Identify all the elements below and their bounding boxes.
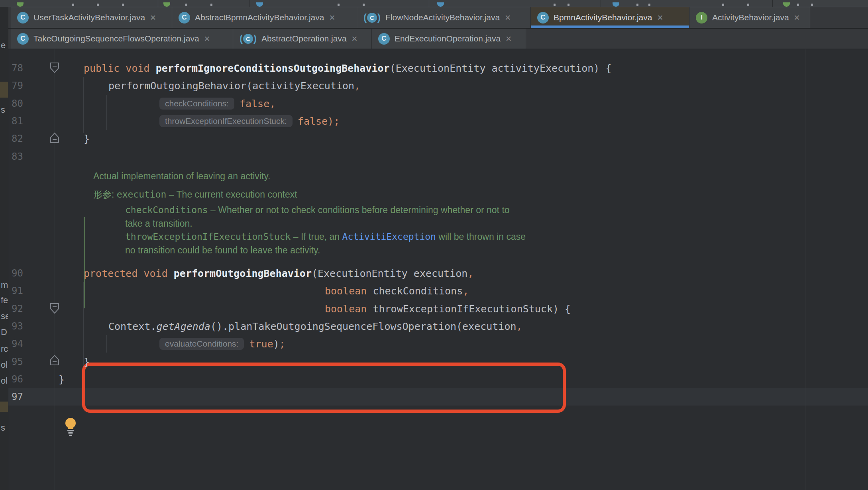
- fold-end-icon[interactable]: [49, 132, 60, 145]
- tab-AbstractOperation.java[interactable]: (C)AbstractOperation.java✕: [233, 29, 372, 49]
- code-line: public void performIgnoreConditionsOutgo…: [84, 59, 612, 77]
- close-tab-icon[interactable]: ✕: [150, 13, 156, 22]
- tab-AbstractBpmnActivityBehavior.java[interactable]: CAbstractBpmnActivityBehavior.java✕: [172, 7, 357, 28]
- code-line: protected void performOutgoingBehavior(E…: [84, 265, 473, 282]
- intention-lightbulb-icon[interactable]: [63, 417, 78, 437]
- clipped-text-fragment: s: [1, 423, 5, 433]
- parameter-hint-inlay: checkConditions:: [159, 98, 234, 110]
- class-icon: C: [179, 12, 190, 24]
- close-tab-icon[interactable]: ✕: [794, 13, 800, 22]
- javadoc-line: no transition could be found to leave th…: [125, 243, 320, 257]
- clipped-text-fragment: fe: [1, 295, 8, 306]
- code-line: }: [59, 370, 65, 388]
- file-icon-fragment: [613, 2, 619, 7]
- close-tab-icon[interactable]: ✕: [352, 34, 358, 43]
- tab-separator: [429, 0, 429, 7]
- code-token: ;: [279, 338, 285, 350]
- file-icon-fragment: [163, 2, 170, 7]
- code-token: no transition could be found to leave th…: [125, 245, 320, 256]
- code-token: throwExceptionIfExecutionStuck) {: [373, 303, 571, 315]
- code-token: ,: [467, 268, 473, 279]
- clipped-text-fragment: s: [1, 105, 5, 115]
- code-token: getAgenda: [156, 321, 210, 332]
- clipped-text-fragment: ol: [1, 360, 8, 370]
- tab-text-fragment: [722, 4, 724, 6]
- line-number-93: 93: [8, 318, 23, 335]
- javadoc-line: checkConditions – Whether or not to chec…: [125, 203, 510, 217]
- code-token: – If true, an: [291, 231, 342, 242]
- line-number-81: 81: [8, 112, 23, 130]
- line-number-79: 79: [8, 77, 23, 94]
- code-line: Context.getAgenda().planTakeOutgoingSequ…: [108, 318, 522, 335]
- class-icon: C: [17, 12, 29, 24]
- javadoc-line: take a transition.: [125, 217, 192, 230]
- code-token: checkConditions: [125, 205, 208, 215]
- code-line: }: [84, 353, 90, 370]
- tab-label: AbstractBpmnActivityBehavior.java: [195, 13, 324, 22]
- code-token: }: [84, 133, 90, 145]
- editor-tab-bar-bottom: CTakeOutgoingSequenceFlowsOperation.java…: [8, 29, 868, 49]
- line-number-80: 80: [8, 95, 23, 112]
- tab-text-fragment: [554, 4, 556, 6]
- code-token: (ExecutionEntity execution: [312, 268, 467, 279]
- indent-guide: [106, 95, 107, 130]
- fold-start-icon[interactable]: [49, 303, 60, 316]
- right-margin-guide: [805, 49, 805, 490]
- tab-TakeOutgoingSequenceFlowsOperation.java[interactable]: CTakeOutgoingSequenceFlowsOperation.java…: [11, 29, 233, 49]
- tree-selection-fragment: [0, 402, 8, 412]
- code-token: Context.: [108, 321, 156, 332]
- close-tab-icon[interactable]: ✕: [329, 13, 335, 22]
- clipped-text-fragment: se: [1, 311, 8, 321]
- fold-start-icon[interactable]: [49, 62, 60, 75]
- code-token: execution: [117, 189, 167, 200]
- tab-text-fragment: [185, 4, 187, 6]
- file-icon-fragment: [437, 2, 444, 7]
- javadoc-line: Actual implementation of leaving an acti…: [93, 169, 270, 183]
- doc-comment-bar: [84, 217, 85, 308]
- tab-EndExecutionOperation.java[interactable]: CEndExecutionOperation.java✕: [372, 29, 526, 49]
- interface-icon: I: [696, 12, 707, 24]
- code-editor[interactable]: 7879808182839091929394959697public void …: [0, 49, 868, 490]
- class-icon: C: [537, 12, 549, 24]
- tab-text-fragment: [122, 4, 124, 6]
- tab-label: AbstractOperation.java: [261, 34, 347, 43]
- code-token: protected void: [84, 268, 174, 279]
- code-token: will be thrown in case: [436, 231, 526, 242]
- code-token: (ExecutionEntity activityExecution) {: [390, 63, 612, 74]
- class-icon: C: [378, 33, 390, 45]
- tab-text-fragment: [568, 4, 570, 6]
- close-tab-icon[interactable]: ✕: [657, 13, 663, 22]
- code-token: performOutgoingBehavior: [174, 268, 312, 279]
- code-token: ): [273, 338, 279, 350]
- abstract-class-icon: (C): [363, 12, 381, 23]
- abstract-class-icon: (C): [240, 33, 257, 44]
- fold-column-line: [55, 49, 55, 490]
- clipped-text-fragment: e: [1, 40, 6, 51]
- tab-label: UserTaskActivityBehavior.java: [33, 13, 145, 22]
- code-token: boolean: [325, 303, 373, 315]
- file-icon-fragment: [17, 2, 24, 7]
- indent-guide: [83, 77, 84, 133]
- code-token: checkConditions: [373, 285, 463, 297]
- line-number-78: 78: [8, 59, 23, 77]
- code-token: ,: [463, 285, 469, 297]
- fold-end-icon[interactable]: [49, 355, 60, 367]
- tab-label: FlowNodeActivityBehavior.java: [385, 13, 500, 22]
- line-number-97: 97: [8, 388, 23, 406]
- editor-tab-bar-top: CUserTaskActivityBehavior.java✕CAbstract…: [8, 7, 868, 29]
- tab-text-fragment: [97, 4, 99, 6]
- clipped-text-fragment: m: [1, 280, 8, 290]
- tab-UserTaskActivityBehavior.java[interactable]: CUserTaskActivityBehavior.java✕: [11, 7, 172, 28]
- close-tab-icon[interactable]: ✕: [204, 34, 210, 43]
- tab-text-fragment: [636, 4, 638, 6]
- close-tab-icon[interactable]: ✕: [505, 13, 511, 22]
- close-tab-icon[interactable]: ✕: [505, 34, 512, 43]
- tab-BpmnActivityBehavior.java[interactable]: CBpmnActivityBehavior.java✕: [531, 7, 689, 28]
- annotation-highlight-box: [82, 363, 566, 413]
- tab-FlowNodeActivityBehavior.java[interactable]: (C)FlowNodeActivityBehavior.java✕: [357, 7, 531, 28]
- tab-ActivityBehavior.java[interactable]: IActivityBehavior.java✕: [689, 7, 810, 28]
- tab-text-fragment: [811, 4, 813, 6]
- code-token: ().planTakeOutgoingSequenceFlowsOperatio…: [210, 321, 516, 332]
- tab-label: EndExecutionOperation.java: [395, 34, 501, 43]
- code-token: Actual implementation of leaving an acti…: [93, 171, 270, 182]
